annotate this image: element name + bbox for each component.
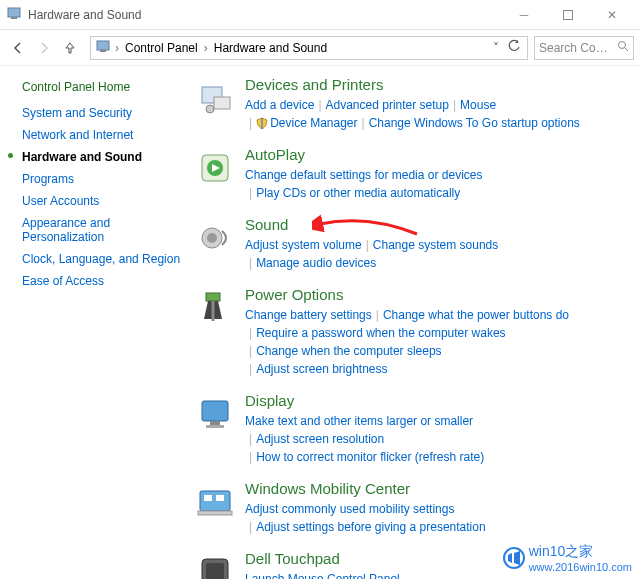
sidebar-item[interactable]: System and Security (22, 106, 187, 120)
category-links: Make text and other items larger or smal… (245, 412, 630, 466)
separator: | (245, 116, 256, 130)
svg-point-13 (207, 233, 217, 243)
window-title: Hardware and Sound (28, 8, 502, 22)
svg-point-5 (619, 42, 626, 49)
category-icon (195, 148, 235, 188)
task-link[interactable]: Change when the computer sleeps (256, 344, 441, 358)
task-link[interactable]: Adjust screen resolution (256, 432, 384, 446)
svg-rect-2 (564, 10, 573, 19)
category-heading[interactable]: Sound (245, 216, 630, 233)
svg-rect-23 (206, 563, 224, 579)
svg-rect-0 (8, 8, 20, 17)
category: Devices and PrintersAdd a device|Advance… (195, 76, 630, 132)
category-heading[interactable]: Devices and Printers (245, 76, 630, 93)
search-input[interactable]: Search Co… (534, 36, 634, 60)
breadcrumb-root[interactable]: Control Panel (123, 41, 200, 55)
annotation-arrow (312, 212, 422, 242)
sidebar-item[interactable]: User Accounts (22, 194, 187, 208)
task-link[interactable]: Mouse (460, 98, 496, 112)
task-link[interactable]: Advanced printer setup (326, 98, 449, 112)
separator: | (245, 520, 256, 534)
task-link[interactable]: Launch Mouse Control Panel (245, 572, 400, 579)
category-links: Change battery settings|Change what the … (245, 306, 630, 378)
back-button[interactable] (6, 36, 30, 60)
category-links: Add a device|Advanced printer setup|Mous… (245, 96, 630, 132)
task-link[interactable]: Change battery settings (245, 308, 372, 322)
sidebar: Control Panel Home System and SecurityNe… (0, 66, 195, 579)
address-dropdown-icon[interactable]: ˅ (487, 41, 505, 55)
category-icon (195, 288, 235, 328)
toolbar: › Control Panel › Hardware and Sound ˅ S… (0, 30, 640, 66)
task-link[interactable]: Adjust commonly used mobility settings (245, 502, 454, 516)
svg-line-6 (625, 48, 628, 51)
task-link[interactable]: Add a device (245, 98, 314, 112)
separator: | (314, 98, 325, 112)
svg-rect-14 (206, 293, 220, 301)
task-link[interactable]: Make text and other items larger or smal… (245, 414, 473, 428)
forward-button[interactable] (32, 36, 56, 60)
separator: | (245, 256, 256, 270)
category-heading[interactable]: AutoPlay (245, 146, 630, 163)
sidebar-item[interactable]: Network and Internet (22, 128, 187, 142)
separator: | (245, 326, 256, 340)
control-panel-icon (95, 38, 111, 57)
svg-rect-21 (216, 495, 224, 501)
address-bar[interactable]: › Control Panel › Hardware and Sound ˅ (90, 36, 528, 60)
sidebar-item[interactable]: Clock, Language, and Region (22, 252, 187, 266)
sidebar-item[interactable]: Hardware and Sound (22, 150, 187, 164)
task-link[interactable]: Require a password when the computer wak… (256, 326, 505, 340)
category: AutoPlayChange default settings for medi… (195, 146, 630, 202)
category: Windows Mobility CenterAdjust commonly u… (195, 480, 630, 536)
category: DisplayMake text and other items larger … (195, 392, 630, 466)
task-link[interactable]: Adjust screen brightness (256, 362, 387, 376)
up-button[interactable] (58, 36, 82, 60)
breadcrumb-current[interactable]: Hardware and Sound (212, 41, 329, 55)
separator: | (245, 362, 256, 376)
maximize-button[interactable] (546, 0, 590, 30)
svg-rect-19 (198, 511, 232, 515)
minimize-button[interactable]: ─ (502, 0, 546, 30)
titlebar: Hardware and Sound ─ ✕ (0, 0, 640, 30)
task-link[interactable]: Change what the power buttons do (383, 308, 569, 322)
watermark-name: win10之家 (529, 543, 632, 561)
watermark-url: www.2016win10.com (529, 561, 632, 573)
close-button[interactable]: ✕ (590, 0, 634, 30)
shield-icon (256, 116, 268, 128)
task-link[interactable]: Manage audio devices (256, 256, 376, 270)
chevron-right-icon[interactable]: › (200, 41, 212, 55)
chevron-right-icon[interactable]: › (111, 41, 123, 55)
category-heading[interactable]: Power Options (245, 286, 630, 303)
category-icon (195, 482, 235, 522)
task-link[interactable]: Change Windows To Go startup options (369, 116, 580, 130)
task-link[interactable]: Change default settings for media or dev… (245, 168, 482, 182)
svg-rect-8 (214, 97, 230, 109)
task-link[interactable]: Play CDs or other media automatically (256, 186, 460, 200)
watermark: win10之家 www.2016win10.com (503, 543, 632, 573)
refresh-icon[interactable] (505, 39, 523, 56)
sidebar-home[interactable]: Control Panel Home (22, 80, 187, 94)
svg-rect-15 (202, 401, 228, 421)
separator: | (372, 308, 383, 322)
svg-rect-4 (100, 50, 106, 52)
task-link[interactable]: Device Manager (256, 116, 357, 130)
sidebar-item[interactable]: Appearance and Personalization (22, 216, 187, 244)
category-heading[interactable]: Display (245, 392, 630, 409)
svg-rect-20 (204, 495, 212, 501)
svg-point-9 (206, 105, 214, 113)
task-link[interactable]: How to correct monitor flicker (refresh … (256, 450, 484, 464)
sidebar-item[interactable]: Ease of Access (22, 274, 187, 288)
separator: | (358, 116, 369, 130)
control-panel-icon (6, 5, 22, 24)
separator: | (245, 432, 256, 446)
category-heading[interactable]: Windows Mobility Center (245, 480, 630, 497)
separator: | (245, 344, 256, 358)
search-icon (617, 40, 629, 55)
svg-rect-3 (97, 41, 109, 50)
separator: | (449, 98, 460, 112)
category-links: Adjust commonly used mobility settings|A… (245, 500, 630, 536)
sidebar-item[interactable]: Programs (22, 172, 187, 186)
category-icon (195, 218, 235, 258)
body: Control Panel Home System and SecurityNe… (0, 66, 640, 579)
task-link[interactable]: Adjust settings before giving a presenta… (256, 520, 485, 534)
category-links: Adjust system volume|Change system sound… (245, 236, 630, 272)
